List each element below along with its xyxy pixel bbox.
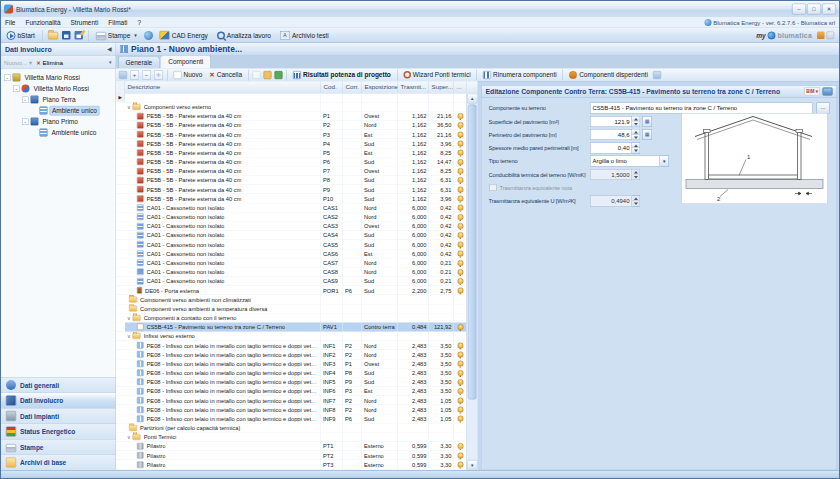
filter-cell[interactable] xyxy=(125,94,321,103)
spinner[interactable] xyxy=(632,129,640,140)
spin-down-icon[interactable] xyxy=(632,122,640,127)
table-row[interactable]: PE5B - 5B - Parete esterna da 40 cmP8Sud… xyxy=(116,176,478,185)
table-row[interactable]: PE08 - Infisso con telaio in metallo con… xyxy=(116,396,478,405)
table-row[interactable]: CA01 - Cassonetto non isolatoCAS2Nord6,0… xyxy=(116,213,478,222)
tree-expander-icon[interactable]: - xyxy=(22,118,29,125)
save-as-icon[interactable] xyxy=(74,31,83,40)
collapse-panel-icon[interactable]: ◀ xyxy=(107,46,111,53)
rinumera-button[interactable]: Rinumera componenti xyxy=(481,71,559,79)
column-header-cod[interactable]: Cod. xyxy=(321,82,343,94)
filter-cell[interactable] xyxy=(362,94,398,103)
spin-down-icon[interactable] xyxy=(632,135,640,140)
group-row[interactable]: Componenti verso ambienti non climatizza… xyxy=(116,295,478,304)
copy-icon[interactable] xyxy=(253,71,261,79)
spin-down-icon[interactable] xyxy=(632,148,640,153)
copy-all-icon[interactable] xyxy=(264,71,272,79)
tree-expander-icon[interactable]: - xyxy=(22,96,29,103)
expanded-icon[interactable]: ∨ xyxy=(127,104,131,110)
table-row[interactable]: CA01 - Cassonetto non isolatoCAS7Nord6,0… xyxy=(116,258,478,267)
expand-all-button[interactable]: + xyxy=(130,70,139,79)
column-header-super[interactable]: Super... xyxy=(429,82,454,94)
notify-icon[interactable] xyxy=(817,32,825,40)
sidebar-nav-status-energetico[interactable]: Status Energetico xyxy=(1,424,116,440)
analizza-lavoro-button[interactable]: Analizza lavoro xyxy=(214,30,273,40)
archivio-testi-button[interactable]: AArchivio testi xyxy=(277,30,331,41)
table-row[interactable]: CA01 - Cassonetto non isolatoCAS3Ovest6,… xyxy=(116,222,478,231)
filter-cell[interactable] xyxy=(454,94,467,103)
table-row[interactable]: PE5B - 5B - Parete esterna da 40 cmP1Ove… xyxy=(116,112,478,121)
numeric-field[interactable]: 0,40 xyxy=(590,142,632,153)
filter-cell[interactable] xyxy=(398,94,429,103)
table-row[interactable]: PE08 - Infisso con telaio in metallo con… xyxy=(116,378,478,387)
disperdenti-button[interactable]: Componenti disperdenti xyxy=(567,71,650,79)
stampe-button[interactable]: Stampe▼ xyxy=(93,30,140,41)
minimize-button[interactable]: – xyxy=(792,4,806,15)
numeric-field[interactable]: 121,9 xyxy=(590,116,632,127)
sidebar-nav-dati-involucro[interactable]: Dati Involucro xyxy=(1,393,116,409)
table-row[interactable]: CA01 - Cassonetto non isolatoCAS1Nord6,0… xyxy=(116,203,478,212)
cancella-button[interactable]: ✕Cancella xyxy=(207,71,244,79)
table-row[interactable]: CA01 - Cassonetto non isolatoCAS8Nord6,0… xyxy=(116,268,478,277)
checkbox[interactable] xyxy=(490,184,497,191)
column-header-trasmit[interactable]: Trasmit... xyxy=(398,82,429,94)
tree-expander-icon[interactable]: - xyxy=(4,74,11,81)
filter-cell[interactable] xyxy=(429,94,454,103)
tree-item-villetta-mario-rossi[interactable]: -Villetta Mario Rossi xyxy=(1,83,116,94)
table-row[interactable]: PE08 - Infisso con telaio in metallo con… xyxy=(116,341,478,350)
tree-item-piano-primo[interactable]: -Piano Primo xyxy=(1,116,116,127)
table-row[interactable]: PE5B - 5B - Parete esterna da 40 cmP5Est… xyxy=(116,148,478,157)
table-row[interactable]: PE5B - 5B - Parete esterna da 40 cmP2Nor… xyxy=(116,121,478,130)
grid-vscrollbar[interactable]: ▲ ▼ xyxy=(467,94,478,471)
table-row[interactable]: PE5B - 5B - Parete esterna da 40 cmP7Ove… xyxy=(116,167,478,176)
table-row[interactable]: PE5B - 5B - Parete esterna da 40 cmP6Sud… xyxy=(116,158,478,167)
dropdown-field[interactable]: Argilla o limo xyxy=(590,156,660,167)
table-row[interactable]: CA01 - Cassonetto non isolatoCAS9Sud6,00… xyxy=(116,277,478,286)
filter-cell[interactable] xyxy=(321,94,343,103)
expanded-icon[interactable]: ∨ xyxy=(127,434,131,440)
extra-icon[interactable] xyxy=(653,71,661,79)
elimina-button[interactable]: ✕ Elimina xyxy=(36,59,63,66)
excel-icon[interactable] xyxy=(275,71,283,79)
monitor-icon[interactable] xyxy=(823,88,833,96)
expanded-icon[interactable]: ∨ xyxy=(127,333,131,339)
table-row[interactable]: PE08 - Infisso con telaio in metallo con… xyxy=(116,368,478,377)
table-row[interactable]: DE06 - Porta esternaPOR1P6Sud2,2002,75 xyxy=(116,286,478,295)
column-header-esposizione[interactable]: Esposizione xyxy=(362,82,398,94)
table-row[interactable]: PE5B - 5B - Parete esterna da 40 cmP9Sud… xyxy=(116,185,478,194)
maximize-button[interactable]: □ xyxy=(807,4,821,15)
menu-file[interactable]: File xyxy=(5,19,15,27)
table-row[interactable]: PE5B - 5B - Parete esterna da 40 cmP4Sud… xyxy=(116,139,478,148)
table-row[interactable]: PilastroPT2Esterno0,5993,30 xyxy=(116,451,478,460)
more-options-icon[interactable]: ▼ xyxy=(108,60,112,65)
menu-funzionalit[interactable]: Funzionalità xyxy=(25,19,60,27)
group-row[interactable]: Partizioni (per calcolo capacità termica… xyxy=(116,424,478,433)
table-row[interactable]: PE08 - Infisso con telaio in metallo con… xyxy=(116,414,478,423)
table-row[interactable]: PilastroPT1Esterno0,5993,30 xyxy=(116,442,478,451)
table-row[interactable]: CA01 - Cassonetto non isolatoCAS5Sud6,00… xyxy=(116,240,478,249)
tree-item-ambiente-unico[interactable]: Ambiente unico xyxy=(1,105,116,116)
menu-filmati[interactable]: Filmati xyxy=(108,19,127,27)
menu-strumenti[interactable]: Strumenti xyxy=(71,19,99,27)
close-button[interactable]: ✕ xyxy=(822,4,836,15)
column-header-descrizione[interactable]: Descrizione xyxy=(125,82,321,94)
spinner[interactable] xyxy=(632,142,640,153)
sidebar-nav-dati-impianti[interactable]: Dati Impianti xyxy=(1,408,116,424)
table-row[interactable]: PE5B - 5B - Parete esterna da 40 cmP10Su… xyxy=(116,194,478,203)
risultati-potenza-button[interactable]: Risultati potenza di progetto xyxy=(291,71,393,79)
tree-item-ambiente-unico[interactable]: Ambiente unico xyxy=(1,127,116,138)
sidebar-nav-stampe[interactable]: Stampe xyxy=(1,439,116,455)
collapse-all-button[interactable]: − xyxy=(142,70,151,79)
grid-filter-row[interactable]: ▶ xyxy=(116,94,478,103)
numeric-field[interactable]: 48,6 xyxy=(590,129,632,140)
column-header-corr[interactable]: Corr. xyxy=(343,82,362,94)
menu-help[interactable]: ? xyxy=(137,19,141,27)
table-row[interactable]: PE08 - Infisso con telaio in metallo con… xyxy=(116,359,478,368)
group-row[interactable]: ∨Ponti Termici xyxy=(116,433,478,442)
ellipsis-button[interactable]: ... xyxy=(817,103,830,114)
table-row[interactable]: PE08 - Infisso con telaio in metallo con… xyxy=(116,387,478,396)
cad-energy-button[interactable]: CAD Energy xyxy=(157,30,210,41)
nuovo-component-button[interactable]: Nuovo xyxy=(172,71,205,79)
tree-item-villetta-mario-rossi[interactable]: -Villetta Mario Rossi xyxy=(1,72,116,83)
tree-item-piano-terra[interactable]: -Piano Terra xyxy=(1,94,116,105)
expanded-icon[interactable]: ∨ xyxy=(127,315,131,321)
